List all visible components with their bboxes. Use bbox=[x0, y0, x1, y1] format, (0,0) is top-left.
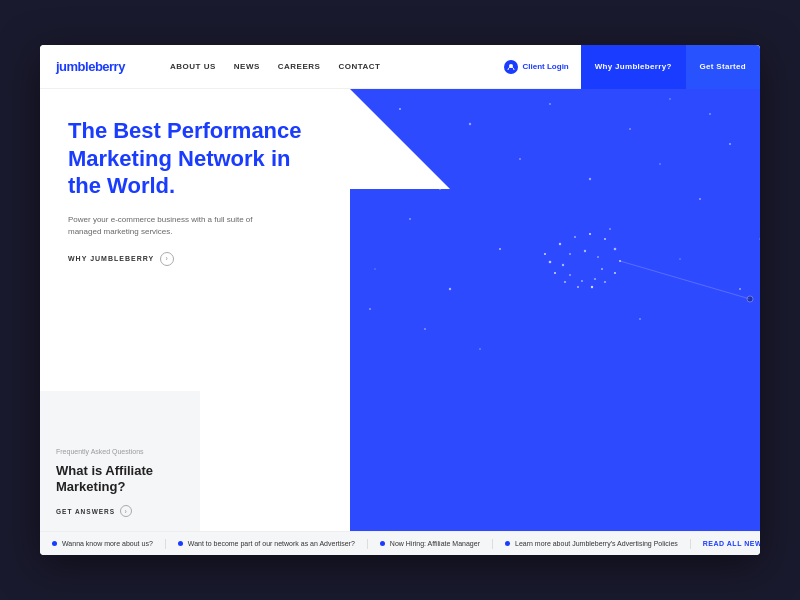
svg-point-44 bbox=[369, 308, 371, 310]
svg-point-15 bbox=[609, 228, 611, 230]
news-ticker: Wanna know more about us? Want to become… bbox=[40, 531, 760, 555]
svg-point-12 bbox=[709, 113, 711, 115]
ticker-item-3[interactable]: Now Hiring: Affiliate Manager bbox=[368, 539, 493, 549]
svg-point-30 bbox=[564, 281, 566, 283]
stars-background bbox=[350, 89, 760, 531]
left-column: The Best Performance Marketing Network i… bbox=[40, 89, 350, 531]
svg-point-32 bbox=[549, 261, 552, 264]
svg-point-7 bbox=[379, 168, 381, 170]
main-content: The Best Performance Marketing Network i… bbox=[40, 89, 760, 531]
svg-point-5 bbox=[669, 98, 670, 99]
svg-point-38 bbox=[581, 280, 583, 282]
nav-about[interactable]: ABOUT US bbox=[170, 62, 216, 71]
faq-block: Frequently Asked Questions What is Affil… bbox=[40, 391, 200, 531]
svg-point-46 bbox=[479, 348, 481, 350]
svg-point-33 bbox=[569, 253, 571, 255]
svg-point-10 bbox=[589, 178, 591, 180]
svg-point-37 bbox=[594, 278, 596, 280]
get-started-button[interactable]: Get Started bbox=[686, 45, 760, 89]
svg-line-48 bbox=[620, 261, 750, 299]
get-answers-link[interactable]: GET ANSWERS › bbox=[56, 505, 184, 517]
svg-point-47 bbox=[639, 318, 641, 320]
svg-point-36 bbox=[601, 268, 603, 270]
svg-point-31 bbox=[554, 272, 556, 274]
svg-point-3 bbox=[549, 103, 551, 105]
svg-point-2 bbox=[469, 123, 471, 125]
svg-point-43 bbox=[759, 238, 760, 239]
svg-point-27 bbox=[604, 281, 606, 283]
svg-point-22 bbox=[589, 233, 591, 235]
ticker-item-1[interactable]: Wanna know more about us? bbox=[40, 539, 166, 549]
svg-point-4 bbox=[629, 128, 631, 130]
ticker-dot-1 bbox=[52, 541, 57, 546]
svg-point-26 bbox=[614, 272, 616, 274]
svg-point-16 bbox=[699, 198, 701, 200]
read-all-news-link[interactable]: READ ALL NEWS › bbox=[691, 539, 760, 549]
ticker-dot-2 bbox=[178, 541, 183, 546]
svg-point-23 bbox=[604, 238, 606, 240]
why-jumbleberry-button[interactable]: Why Jumbleberry? bbox=[581, 45, 686, 89]
ticker-dot-4 bbox=[505, 541, 510, 546]
svg-point-49 bbox=[747, 296, 753, 302]
svg-point-14 bbox=[499, 248, 501, 250]
hero-subtitle: Power your e-commerce business with a fu… bbox=[68, 214, 288, 238]
svg-point-18 bbox=[449, 288, 451, 290]
svg-point-20 bbox=[559, 243, 561, 245]
why-link-arrow-icon: › bbox=[160, 252, 174, 266]
svg-point-42 bbox=[739, 288, 741, 290]
client-login-label: Client Login bbox=[523, 62, 569, 71]
ticker-item-4[interactable]: Learn more about Jumbleberry's Advertisi… bbox=[493, 539, 691, 549]
svg-point-1 bbox=[399, 108, 401, 110]
faq-label: Frequently Asked Questions bbox=[56, 448, 184, 455]
nav-news[interactable]: NEWS bbox=[234, 62, 260, 71]
svg-point-13 bbox=[409, 218, 411, 220]
nav-careers[interactable]: CAREERS bbox=[278, 62, 321, 71]
svg-point-21 bbox=[574, 236, 576, 238]
nav-contact[interactable]: CONTACT bbox=[338, 62, 380, 71]
ticker-dot-3 bbox=[380, 541, 385, 546]
why-jumbleberry-link[interactable]: WHY JUMBLEBERRY › bbox=[68, 252, 326, 266]
nav: ABOUT US NEWS CAREERS CONTACT bbox=[170, 62, 504, 71]
client-login[interactable]: Client Login bbox=[504, 60, 569, 74]
svg-point-29 bbox=[577, 286, 579, 288]
svg-point-6 bbox=[729, 143, 731, 145]
svg-point-41 bbox=[679, 258, 681, 260]
header: jumbleberry ABOUT US NEWS CAREERS CONTAC… bbox=[40, 45, 760, 89]
svg-point-39 bbox=[569, 274, 571, 276]
client-login-icon bbox=[504, 60, 518, 74]
faq-section: Frequently Asked Questions What is Affil… bbox=[40, 434, 200, 532]
svg-point-45 bbox=[424, 328, 426, 330]
get-answers-arrow-icon: › bbox=[120, 505, 132, 517]
hero-visual bbox=[350, 89, 760, 531]
svg-point-35 bbox=[597, 256, 599, 258]
faq-title: What is Affiliate Marketing? bbox=[56, 463, 184, 496]
browser-window: jumbleberry ABOUT US NEWS CAREERS CONTAC… bbox=[40, 45, 760, 555]
svg-point-17 bbox=[374, 268, 375, 269]
svg-point-34 bbox=[584, 250, 586, 252]
logo[interactable]: jumbleberry bbox=[40, 59, 170, 74]
hero-title: The Best Performance Marketing Network i… bbox=[68, 117, 326, 200]
ticker-item-2[interactable]: Want to become part of our network as an… bbox=[166, 539, 368, 549]
hero-section: The Best Performance Marketing Network i… bbox=[40, 89, 350, 286]
svg-point-19 bbox=[544, 253, 546, 255]
svg-point-9 bbox=[519, 158, 521, 160]
svg-point-11 bbox=[659, 163, 660, 164]
svg-point-8 bbox=[439, 188, 441, 190]
svg-point-28 bbox=[591, 286, 593, 288]
svg-point-40 bbox=[562, 264, 564, 266]
ticker-inner: Wanna know more about us? Want to become… bbox=[40, 539, 760, 549]
svg-point-24 bbox=[614, 248, 617, 251]
